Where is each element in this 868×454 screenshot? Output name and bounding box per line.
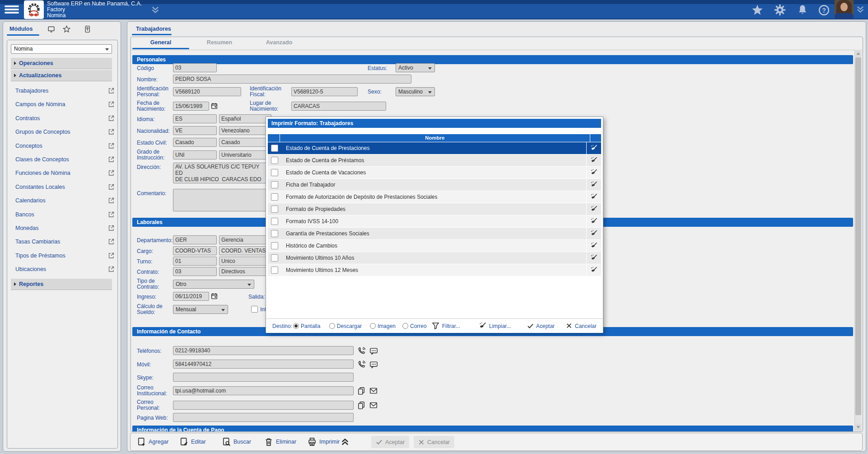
- design-report-icon[interactable]: [586, 240, 601, 252]
- phone-call-icon[interactable]: [357, 346, 366, 355]
- lugar-nacimiento-field[interactable]: [291, 102, 386, 111]
- destino-radio-pantalla[interactable]: [293, 323, 299, 329]
- departamento-code-field[interactable]: [173, 235, 217, 244]
- format-row-movimiento-ultimos-10-anos[interactable]: Movimiento Ultimos 10 Años: [268, 252, 601, 264]
- external-link-icon[interactable]: [107, 252, 115, 259]
- destino-option-label[interactable]: Pantalla: [301, 323, 320, 329]
- sidebar-item-campos-de-nomina[interactable]: Campos de Nómina: [11, 99, 115, 111]
- format-checkbox[interactable]: [271, 218, 278, 225]
- format-checkbox[interactable]: [271, 230, 278, 237]
- sidebar-item-calendarios[interactable]: Calendarios: [11, 195, 115, 207]
- sidebar-item-contratos[interactable]: Contratos: [11, 113, 115, 125]
- sidebar-item-tasas-cambiarias[interactable]: Tasas Cambiarias: [11, 236, 115, 248]
- collapse-header-icon[interactable]: [150, 5, 160, 14]
- correo-institucional-field[interactable]: [173, 386, 354, 395]
- destino-option-label[interactable]: Descargar: [337, 323, 362, 329]
- close-icon[interactable]: [566, 323, 572, 329]
- sidebar-item-constantes-locales[interactable]: Constantes Locales: [11, 182, 115, 193]
- check-icon[interactable]: [527, 323, 534, 329]
- monitor-tab-icon[interactable]: [47, 25, 55, 33]
- collapse-toolbar-icon[interactable]: [340, 433, 350, 450]
- contrato-desc-field[interactable]: [219, 267, 271, 276]
- format-checkbox[interactable]: [271, 254, 278, 262]
- design-report-icon[interactable]: [586, 203, 601, 215]
- sidebar-item-grupos-de-conceptos[interactable]: Grupos de Conceptos: [11, 126, 115, 138]
- format-row-estado-de-cuenta-de-prestamos[interactable]: Estado de Cuenta de Préstamos: [268, 154, 601, 166]
- ingreso-field[interactable]: [173, 292, 209, 301]
- cancelar-button-disabled[interactable]: Cancelar: [414, 436, 454, 448]
- design-report-icon[interactable]: [586, 154, 601, 166]
- format-row-formato-de-autorizacion-de-deposito-de-prestaciones-sociales[interactable]: Formato de Autorización de Depósito de P…: [268, 191, 601, 203]
- sidebar-item-funciones-de-nomina[interactable]: Funciones de Nómina: [11, 168, 115, 179]
- format-row-formato-de-propiedades[interactable]: Formato de Propiedades: [268, 203, 601, 215]
- design-report-icon[interactable]: [586, 252, 601, 264]
- sidebar-item-trabajadores[interactable]: Trabajadores: [11, 85, 115, 97]
- sidebar-item-monedas[interactable]: Monedas: [11, 223, 115, 234]
- comentario-field[interactable]: [173, 189, 268, 211]
- sidebar-item-tipos-de-prestamos[interactable]: Tipos de Préstamos: [11, 250, 115, 262]
- external-link-icon[interactable]: [107, 115, 115, 122]
- format-checkbox[interactable]: [271, 181, 278, 188]
- sexo-dropdown[interactable]: Masculino: [396, 87, 435, 96]
- help-icon[interactable]: ?: [818, 5, 830, 16]
- codigo-field[interactable]: [173, 63, 217, 72]
- grado-code-field[interactable]: [173, 150, 217, 159]
- sidebar-item-ubicaciones[interactable]: Ubicaciones: [11, 264, 115, 276]
- module-selector-dropdown[interactable]: Nomina: [11, 44, 112, 54]
- scrollbar-thumb[interactable]: [855, 57, 861, 415]
- estatus-dropdown[interactable]: Activo: [396, 63, 435, 72]
- format-row-formato-ivss-14-100[interactable]: Formato IVSS 14-100: [268, 215, 601, 227]
- external-link-icon[interactable]: [107, 87, 115, 94]
- email-envelope-icon[interactable]: [369, 401, 378, 409]
- nacionalidad-code-field[interactable]: [173, 126, 217, 135]
- window-tab-trabajadores[interactable]: Trabajadores: [136, 26, 171, 32]
- telefonos-field[interactable]: [173, 346, 354, 355]
- scroll-down-arrow[interactable]: [855, 424, 861, 431]
- favorites-star-icon[interactable]: [751, 4, 763, 16]
- external-link-icon[interactable]: [107, 169, 115, 177]
- copy-icon[interactable]: [357, 387, 365, 395]
- external-link-icon[interactable]: [107, 156, 115, 163]
- estado-civil-desc-field[interactable]: [219, 138, 271, 147]
- sidebar-item-clases-de-conceptos[interactable]: Clases de Conceptos: [11, 154, 115, 166]
- filter-funnel-icon[interactable]: [431, 322, 440, 330]
- design-report-icon[interactable]: [586, 228, 601, 239]
- destino-option-label[interactable]: Imagen: [378, 323, 396, 329]
- chat-message-icon[interactable]: [369, 346, 378, 355]
- departamento-desc-field[interactable]: [219, 235, 271, 244]
- pagina-web-field[interactable]: [173, 413, 354, 422]
- hamburger-menu-icon[interactable]: [5, 4, 19, 16]
- sidebar-section-actualizaciones[interactable]: Actualizaciones: [11, 70, 112, 81]
- format-row-garantia-de-prestaciones-sociales[interactable]: Garantía de Prestaciones Sociales: [268, 228, 601, 239]
- clean-broom-icon[interactable]: [478, 322, 487, 330]
- favorites-tab-star-icon[interactable]: [63, 25, 70, 33]
- copy-icon[interactable]: [357, 401, 365, 409]
- calendar-icon[interactable]: [210, 102, 218, 110]
- limpiar-button[interactable]: Limpiar...: [489, 323, 511, 329]
- design-report-icon[interactable]: [586, 179, 601, 191]
- calendar-icon[interactable]: [210, 292, 218, 300]
- destino-option-label[interactable]: Correo: [410, 323, 427, 329]
- buscar-button[interactable]: Buscar: [222, 433, 251, 450]
- design-report-icon[interactable]: [586, 167, 601, 178]
- external-link-icon[interactable]: [107, 238, 115, 245]
- external-link-icon[interactable]: [107, 197, 115, 204]
- external-link-icon[interactable]: [107, 211, 115, 218]
- modal-cancelar-button[interactable]: Cancelar: [575, 323, 597, 329]
- external-link-icon[interactable]: [107, 128, 115, 136]
- id-fiscal-field[interactable]: [291, 87, 358, 96]
- contrato-code-field[interactable]: [173, 267, 217, 276]
- agregar-button[interactable]: Agregar: [137, 433, 168, 450]
- external-link-icon[interactable]: [107, 225, 115, 232]
- format-checkbox[interactable]: [271, 267, 278, 274]
- tab-modulos[interactable]: Módulos: [9, 26, 33, 32]
- format-checkbox[interactable]: [271, 157, 278, 164]
- format-checkbox[interactable]: [271, 206, 278, 213]
- format-checkbox[interactable]: [271, 145, 278, 152]
- settings-gear-icon[interactable]: [774, 4, 786, 16]
- format-checkbox[interactable]: [271, 193, 278, 201]
- editar-button[interactable]: Editar: [179, 433, 206, 450]
- sidebar-section-reportes[interactable]: Reportes: [11, 279, 112, 290]
- user-avatar[interactable]: [835, 0, 854, 19]
- tab-resumen[interactable]: Resumen: [191, 37, 248, 48]
